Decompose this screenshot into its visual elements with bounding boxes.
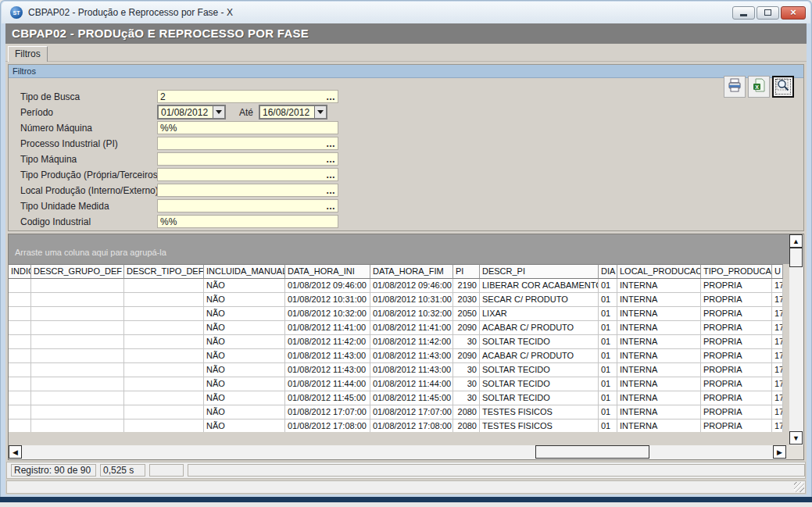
date-picker[interactable]: 01/08/2012 [157,105,226,120]
restore-button[interactable] [757,6,779,20]
table-row[interactable]: NÃO01/08/2012 11:43:0001/08/2012 11:43:0… [9,349,789,363]
column-header-pi[interactable]: PI [453,264,480,279]
column-header-data_hora_fim[interactable]: DATA_HORA_FIM [370,264,453,279]
table-row[interactable]: NÃO01/08/2012 17:08:0001/08/2012 17:08:0… [9,420,789,432]
export-excel-button[interactable]: X [748,76,770,98]
column-header-descr_tipo_def[interactable]: DESCR_TIPO_DEF [124,264,204,279]
horizontal-scroll-thumb[interactable] [535,445,649,459]
table-row[interactable]: NÃO01/08/2012 09:46:0001/08/2012 09:46:0… [9,279,789,293]
lookup-field[interactable]: … [157,199,338,212]
filter-label: Local Produção (Interno/Externo) [20,185,159,196]
minimize-button[interactable] [732,6,755,20]
field-value: 01/08/2012 [161,107,213,118]
close-button[interactable]: × [781,6,806,20]
grid-header-row: INDICDESCR_GRUPO_DEFDESCR_TIPO_DEFINCLUI… [9,264,783,279]
column-header-descr_grupo_def[interactable]: DESCR_GRUPO_DEF [31,264,124,279]
ellipsis-button[interactable]: … [323,155,335,163]
table-cell [31,307,124,321]
ellipsis-button[interactable]: … [323,93,335,101]
column-header-incluida_manual[interactable]: INCLUIDA_MANUAL [204,264,285,279]
dropdown-button[interactable] [213,106,224,118]
filter-row: Tipo de Busca2… [9,89,803,104]
column-header-descr_pi[interactable]: DESCR_PI [480,264,599,279]
magnifier-icon [775,77,791,96]
table-row[interactable]: NÃO01/08/2012 11:43:0001/08/2012 11:43:0… [9,363,789,377]
table-cell [124,363,204,377]
table-cell: 01/08/2012 11:43:00 [370,349,453,363]
vertical-scroll-thumb[interactable] [789,248,803,267]
column-header-local_producao[interactable]: LOCAL_PRODUCAO [617,264,701,279]
column-header-indic[interactable]: INDIC [9,264,31,279]
table-cell: 17 [772,293,783,307]
table-cell: 01/08/2012 09:46:00 [370,279,453,293]
app-icon: ST [10,6,23,19]
search-button[interactable] [772,76,794,98]
scroll-right-button[interactable]: ▶ [773,445,786,459]
table-cell: 17 [772,377,783,391]
ellipsis-button[interactable]: … [323,171,335,179]
lookup-field[interactable]: … [157,137,338,150]
table-cell [9,391,31,405]
table-cell [31,321,124,335]
date-picker[interactable]: 16/08/2012 [259,105,327,120]
ellipsis-button[interactable]: … [323,187,335,195]
lookup-field[interactable]: … [157,152,338,166]
table-row[interactable]: NÃO01/08/2012 11:41:0001/08/2012 11:41:0… [9,321,789,335]
table-cell [124,405,204,420]
table-cell [31,405,124,420]
table-cell: INTERNA [617,293,701,307]
lookup-field[interactable]: 2… [157,90,338,103]
scroll-down-button[interactable]: ▼ [789,431,803,445]
table-cell: LIXAR [480,307,599,321]
resize-grip-icon[interactable] [794,482,804,492]
table-row[interactable]: NÃO01/08/2012 11:42:0001/08/2012 11:42:0… [9,335,789,349]
table-cell: 2080 [453,420,480,432]
column-header-u[interactable]: U [772,264,783,279]
table-cell: PROPRIA [701,279,772,293]
vertical-scrollbar[interactable]: ▲ ▼ [789,234,803,445]
table-row[interactable]: NÃO01/08/2012 10:32:0001/08/2012 10:32:0… [9,307,789,321]
table-cell: 30 [453,391,480,405]
horizontal-scrollbar[interactable]: ◀ ▶ [9,445,787,459]
tab-filtros[interactable]: Filtros [8,46,48,62]
table-row[interactable]: NÃO01/08/2012 11:45:0001/08/2012 11:45:0… [9,391,789,405]
table-cell: NÃO [204,420,285,432]
table-cell [9,335,31,349]
table-cell [31,420,124,432]
table-cell: 01/08/2012 11:42:00 [370,335,453,349]
table-cell: 2080 [453,405,480,420]
ellipsis-button[interactable]: … [323,140,335,148]
table-cell: 17 [772,349,783,363]
lookup-field[interactable]: … [157,184,338,197]
dropdown-button[interactable] [314,106,326,118]
scrollbar-corner [786,445,803,459]
table-row[interactable]: NÃO01/08/2012 11:44:0001/08/2012 11:44:0… [9,377,789,391]
table-cell [124,279,204,293]
table-cell: PROPRIA [701,405,772,420]
lookup-field[interactable]: … [157,168,338,181]
scroll-left-button[interactable]: ◀ [9,445,22,459]
text-input[interactable]: %% [157,121,338,134]
filter-label: Processo Industrial (PI) [20,138,118,149]
table-cell [31,377,124,391]
column-header-dia[interactable]: DIA [599,264,617,279]
table-cell: 01/08/2012 11:42:00 [285,335,370,349]
table-row[interactable]: NÃO01/08/2012 17:07:0001/08/2012 17:07:0… [9,405,789,420]
text-input[interactable]: %% [157,215,338,228]
group-by-band[interactable]: Arraste uma coluna aqui para agrupá-la [9,234,789,264]
filter-label: Tipo Máquina [20,154,77,165]
column-header-tipo_producao[interactable]: TIPO_PRODUCAO [701,264,772,279]
elapsed-time-panel: 0,525 s [100,464,145,477]
filters-group-title: Filtros [9,65,803,78]
table-cell: 01/08/2012 11:44:00 [370,377,453,391]
table-cell [124,321,204,335]
table-row[interactable]: NÃO01/08/2012 10:31:0001/08/2012 10:31:0… [9,293,789,307]
table-cell: NÃO [204,293,285,307]
print-button[interactable] [724,76,746,98]
filter-row: Período01/08/2012Até16/08/2012 [9,105,803,120]
column-header-data_hora_ini[interactable]: DATA_HORA_INI [285,264,370,279]
filter-label: Número Máquina [20,123,92,134]
table-cell: 01/08/2012 11:43:00 [285,363,370,377]
scroll-up-button[interactable]: ▲ [789,234,803,248]
ellipsis-button[interactable]: … [323,202,335,210]
